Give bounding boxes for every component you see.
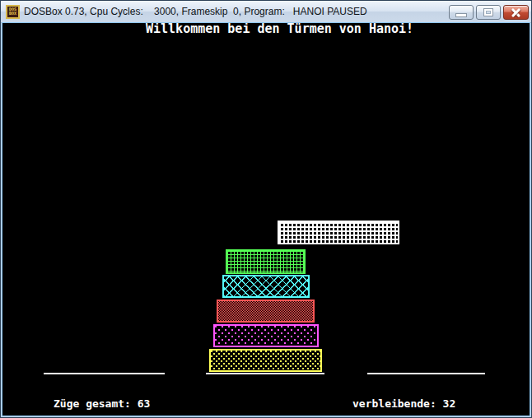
close-button[interactable] [503,5,529,20]
title-bar[interactable]: DOS BOX DOSBox 0.73, Cpu Cycles: 3000, F… [1,1,531,23]
disk-green [226,249,306,274]
disk-magenta [213,324,319,347]
window-title: DOSBox 0.73, Cpu Cycles: 3000, Frameskip… [24,6,449,17]
disk-cyan [222,275,310,298]
dosbox-app-icon: DOS BOX [6,5,20,19]
dos-screen: Willkommen bei den Türmen von Hanoi! Züg… [2,23,530,416]
disk-red [217,300,315,323]
maximize-icon [484,9,492,16]
caption-buttons [449,1,529,20]
window-frame: Willkommen bei den Türmen von Hanoi! Züg… [1,23,531,417]
minimize-icon [456,14,466,16]
disk-white-moving [278,221,399,244]
peg-middle [206,373,324,374]
status-moves-remaining: verbleibende: 32 [352,397,455,410]
peg-right [367,373,485,374]
peg-left [44,373,165,374]
welcome-message: Willkommen bei den Türmen von Hanoi! [146,23,413,36]
close-icon [511,7,521,17]
maximize-button[interactable] [476,5,501,20]
app-icon-text-bottom: BOX [7,12,18,16]
dosbox-window: DOS BOX DOSBox 0.73, Cpu Cycles: 3000, F… [0,0,532,418]
disk-yellow [209,349,322,372]
status-moves-total: Züge gesamt: 63 [54,397,150,410]
minimize-button[interactable] [449,5,474,20]
